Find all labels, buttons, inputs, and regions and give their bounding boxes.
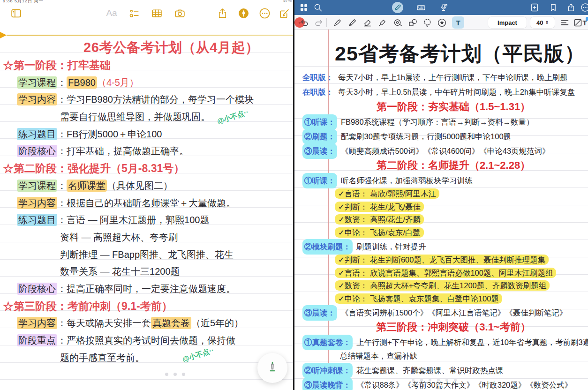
stickers-icon[interactable] xyxy=(436,16,448,29)
note-text: 《顾斐高频成语500词》《常识4600问》《申论43页规范词》 xyxy=(341,147,550,155)
font-name-picker[interactable]: Impact xyxy=(488,17,527,28)
note-line: ✓判断： 花生/龙飞/聂佳 xyxy=(302,201,586,214)
line-label: ①真题套卷： xyxy=(302,335,353,350)
pen-icon[interactable] xyxy=(331,16,343,29)
highlighted-text: 阶段核心 xyxy=(17,145,57,157)
note-text: 花生套题课、齐麟套题课、常识时政热点课 xyxy=(356,366,504,375)
line-label: 全职版： xyxy=(302,70,334,85)
line-label: ②听冲刺课： xyxy=(302,363,353,378)
notes-app-pane: 9:36 5月12日 周一 57% 26考公备考计划（从4月起） ☆第一阶段：打… xyxy=(0,0,294,390)
note-text: ： xyxy=(57,77,67,88)
note-line: ①真题套卷：上午行测+下午申论，晚上解析和复盘，近10年省考真题，考前刷3遍， xyxy=(302,335,586,349)
note-text: 刷题训练，针对提升 xyxy=(356,242,426,251)
toolbar-separator xyxy=(326,18,327,27)
undo-icon[interactable] xyxy=(298,16,310,29)
note-text: ：打牢基础，提高做题正确率。 xyxy=(57,146,188,156)
lasso-icon[interactable] xyxy=(421,16,433,29)
highlighted-text: 学习内容 xyxy=(17,197,57,209)
note-text: 总结错题本，查漏补缺 xyxy=(340,352,417,360)
note-body: ☆第一阶段：打牢基础学习课程：FB980（4-5月）学习内容：学习FB980方法… xyxy=(0,57,294,366)
note-text: 资料 — 高照超大杯、夸夸刷 xyxy=(60,232,178,242)
note-text: （具体见图二） xyxy=(107,180,173,191)
highlighted-text: 真题套卷 xyxy=(151,317,191,329)
highlighted-text: ✓言语： 葛欣/郭熙/阿里木江 xyxy=(335,188,439,199)
note-line: ✓言语： 欣说言语题集、郭熙言语必做100题、阿里木江刷题组 xyxy=(302,267,586,280)
share-icon[interactable] xyxy=(216,7,229,20)
text-icon[interactable]: T xyxy=(452,16,464,29)
font-name-label: Impact xyxy=(498,19,517,26)
more-icon[interactable] xyxy=(580,2,588,13)
text-align-button[interactable] xyxy=(558,16,571,29)
more-icon[interactable] xyxy=(258,7,271,20)
note-title: 26考公备考计划（从4月起） xyxy=(83,38,259,57)
note-line: ③晨读：《言语实词辨析1500个》《阿里木江言语笔记》《聂佳判断笔记》 xyxy=(302,305,586,320)
pencil-icon xyxy=(265,360,279,376)
note-line: 学习内容：根据自己的基础听名师课堂＋大量做题。 xyxy=(0,195,294,212)
line-label: ③晨读晚背： xyxy=(302,377,353,390)
note-text: （4-5月） xyxy=(97,77,139,88)
status-bar-time: 9:36 5月12日 周一 xyxy=(3,0,44,4)
line-label: ③晨读： xyxy=(302,305,337,321)
highlighted-text: 学习课程 xyxy=(17,180,57,192)
markup-icon[interactable] xyxy=(237,7,250,20)
note-line: 判断推理 — FBapp图推、龙飞图推、花生 xyxy=(0,246,294,263)
eraser-icon[interactable] xyxy=(361,16,373,29)
bookmark-icon[interactable] xyxy=(548,2,559,13)
handwriting-mode-button[interactable] xyxy=(257,353,287,383)
highlighted-text: ✓判断： 花生判断600题、龙飞百大图推、聂佳判断推理题集 xyxy=(335,255,549,265)
note-text: 上午行测+下午申论，晚上解析和复盘，近10年省考真题，考前刷3遍， xyxy=(356,338,588,346)
note-line: 资料 — 高照超大杯、夸夸刷 xyxy=(0,229,294,246)
note-line: 练习题目：FB行测5000＋申论100 xyxy=(0,126,294,143)
note-text: ：提高正确率同时，一定要注意做题速度。 xyxy=(57,284,235,294)
highlighted-text: 阶段核心 xyxy=(17,283,57,295)
text-style-icon[interactable]: Aa xyxy=(105,7,118,20)
note-text: ：根据自己的基础听名师课堂＋大量做题。 xyxy=(57,198,235,208)
line-label: ②刷题： xyxy=(302,129,337,144)
highlighter-icon[interactable] xyxy=(376,16,388,29)
highlighted-text: 阶段重点 xyxy=(17,334,57,346)
search-icon[interactable] xyxy=(312,2,324,13)
stage-heading: 第二阶段：名师提升（2.1~2.28） xyxy=(302,158,586,173)
tape-icon[interactable] xyxy=(392,16,404,29)
compose-icon[interactable] xyxy=(278,7,291,20)
shapes-icon[interactable] xyxy=(407,16,419,29)
pencil-icon[interactable] xyxy=(346,16,358,29)
apps-grid-icon[interactable] xyxy=(298,2,309,13)
microphone-icon[interactable] xyxy=(438,2,449,13)
note-text: （近5年的） xyxy=(191,318,243,328)
note-text: ：每天或隔天安排一套 xyxy=(57,318,151,328)
note-text: 第三阶段：冲刺突破（3.1~考前） xyxy=(376,321,530,333)
note-line: 阶段核心：打牢基础，提高做题正确率。 xyxy=(0,142,294,160)
note-text: ：言语 — 阿里木江题册，郭熙100题 xyxy=(57,215,209,225)
note-body: 全职版：每天7小时，早上1h晨读，上午行测听课，下午申论听课，晚上刷题在职版：每… xyxy=(302,70,586,390)
checklist-icon[interactable] xyxy=(128,7,141,20)
highlighted-text: ✓数资： 高照超大杯+夸夸刷、花生1200题、齐麟数资刷题组 xyxy=(335,280,550,291)
note-line: ①听课：FB980系统课程（学习顺序：言语→判断→资料→数量） xyxy=(302,114,586,129)
note-text: 第二阶段：名师提升（2.1~2.28） xyxy=(377,159,530,171)
sidebar-icon[interactable] xyxy=(9,7,23,20)
note-line: ✓申论： 飞扬/袁东/白鹭 xyxy=(302,226,586,240)
table-icon[interactable] xyxy=(150,7,163,20)
note-line: ③晨读：《顾斐高频成语500词》《常识4600问》《申论43页规范词》 xyxy=(302,143,586,158)
divider-arrow-icon xyxy=(0,32,7,38)
note-line: ✓数资： 高照/花生/齐麟 xyxy=(302,213,586,226)
add-page-icon[interactable] xyxy=(529,2,540,13)
status-bar-battery: 57% xyxy=(283,0,292,3)
pen-tool-icon[interactable] xyxy=(392,2,403,13)
note-line: 学习课程：名师课堂（具体见图二） xyxy=(0,177,294,195)
highlighted-text: 练习题目 xyxy=(17,214,57,226)
note-text: 判断推理 — FBapp图推、龙飞图推、花生 xyxy=(60,249,234,260)
redo-icon[interactable] xyxy=(312,16,324,29)
keyboard-icon[interactable] xyxy=(415,2,427,13)
note-text: 需要自行做思维导图，并做题巩固。 xyxy=(60,112,210,122)
highlighted-text: 学习内容 xyxy=(17,317,57,329)
page-indicator-dots xyxy=(165,373,185,376)
note-title: 25省考备考计划（平民版） xyxy=(335,40,585,68)
note-line: 总结错题本，查漏补缺 xyxy=(302,349,586,363)
camera-icon[interactable] xyxy=(173,7,186,20)
share-icon[interactable] xyxy=(565,2,577,13)
line-label: ③晨读： xyxy=(302,143,337,159)
font-size-picker[interactable]: 40 ⇕ xyxy=(530,17,555,28)
line-label: ①听课： xyxy=(302,114,337,130)
note-line: ✓判断： 花生判断600题、龙飞百大图推、聂佳判断推理题集 xyxy=(302,254,586,267)
